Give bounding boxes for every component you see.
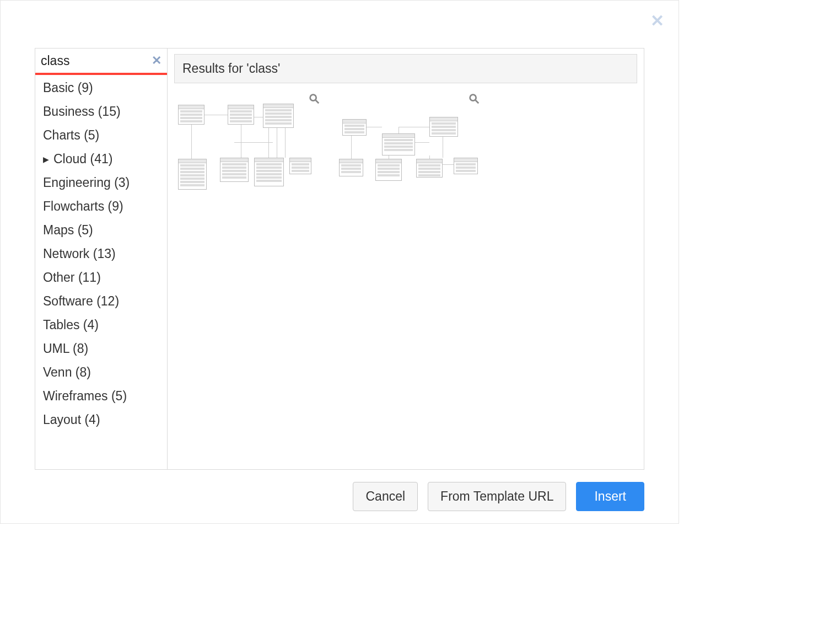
category-item[interactable]: Business (15)	[35, 100, 167, 124]
category-label: Flowcharts (9)	[43, 199, 123, 214]
dialog-body: ✕ Basic (9)Business (15)Charts (5)▶Cloud…	[35, 48, 644, 470]
category-item[interactable]: UML (8)	[35, 337, 167, 361]
category-label: Venn (8)	[43, 365, 91, 380]
category-item[interactable]: Engineering (3)	[35, 171, 167, 195]
category-item[interactable]: Layout (4)	[35, 408, 167, 432]
template-thumbnail[interactable]	[334, 92, 483, 202]
category-label: Network (13)	[43, 246, 116, 261]
from-template-url-button[interactable]: From Template URL	[428, 482, 566, 511]
category-item[interactable]: Maps (5)	[35, 218, 167, 242]
search-input[interactable]	[35, 50, 167, 72]
category-item[interactable]: Charts (5)	[35, 124, 167, 147]
category-label: Charts (5)	[43, 128, 99, 143]
category-item[interactable]: Wireframes (5)	[35, 384, 167, 408]
category-item[interactable]: Network (13)	[35, 242, 167, 266]
category-label: Engineering (3)	[43, 175, 130, 190]
category-item[interactable]: Software (12)	[35, 289, 167, 313]
diagram-preview	[335, 93, 482, 202]
search-row: ✕	[35, 49, 168, 75]
category-label: Layout (4)	[43, 412, 100, 427]
sidebar: ✕ Basic (9)Business (15)Charts (5)▶Cloud…	[35, 49, 168, 469]
category-item[interactable]: ▶Cloud (41)	[35, 147, 167, 171]
category-list: Basic (9)Business (15)Charts (5)▶Cloud (…	[35, 76, 167, 435]
category-label: Wireframes (5)	[43, 389, 127, 404]
template-thumbnail[interactable]	[174, 92, 323, 202]
insert-button[interactable]: Insert	[576, 482, 644, 511]
category-label: Maps (5)	[43, 223, 93, 238]
category-label: UML (8)	[43, 341, 88, 356]
category-label: Basic (9)	[43, 80, 93, 95]
category-item[interactable]: Tables (4)	[35, 313, 167, 337]
template-dialog: ✕ ✕ Basic (9)Business (15)Charts (5)▶Clo…	[0, 0, 679, 524]
diagram-preview	[175, 93, 322, 202]
category-label: Cloud (41)	[53, 152, 112, 167]
results-header: Results for 'class'	[174, 54, 637, 83]
category-item[interactable]: Other (11)	[35, 266, 167, 289]
category-item[interactable]: Venn (8)	[35, 361, 167, 384]
category-item[interactable]: Basic (9)	[35, 76, 167, 100]
category-label: Software (12)	[43, 294, 119, 309]
category-label: Other (11)	[43, 270, 101, 285]
expand-triangle-icon: ▶	[43, 155, 49, 164]
dialog-footer: Cancel From Template URL Insert	[4, 470, 675, 520]
close-icon[interactable]: ✕	[650, 13, 664, 29]
cancel-button[interactable]: Cancel	[353, 482, 418, 511]
results-panel: Results for 'class'	[168, 49, 644, 469]
category-item[interactable]: Flowcharts (9)	[35, 195, 167, 218]
results-thumbnails	[174, 92, 637, 202]
category-label: Business (15)	[43, 104, 121, 119]
clear-search-icon[interactable]: ✕	[152, 53, 161, 68]
category-label: Tables (4)	[43, 318, 99, 332]
